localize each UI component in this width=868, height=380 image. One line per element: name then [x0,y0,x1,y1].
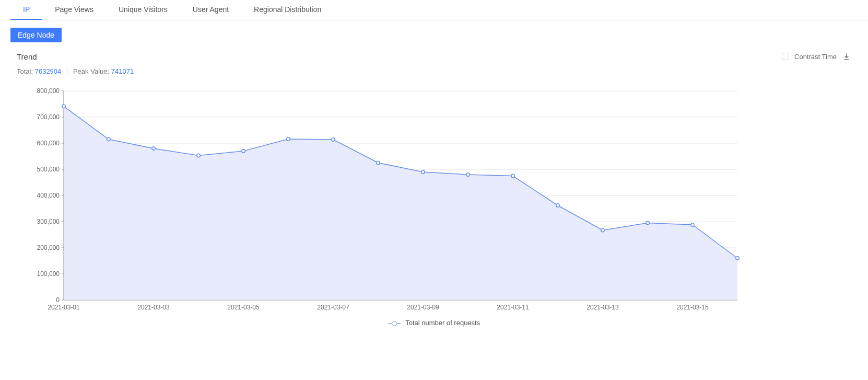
svg-point-42 [287,137,290,141]
tab-page-views[interactable]: Page Views [42,0,106,20]
svg-text:700,000: 700,000 [37,113,60,121]
tab-bar: IP Page Views Unique Visitors User Agent… [0,0,868,20]
stats-separator: | [66,67,68,75]
svg-point-50 [646,221,649,224]
svg-point-43 [332,138,335,141]
total-label: Total: [17,67,33,75]
svg-point-49 [601,228,604,232]
peak-value: 741071 [111,67,134,75]
svg-point-41 [242,149,245,153]
contrast-time-checkbox[interactable] [782,53,789,60]
svg-text:2021-03-09: 2021-03-09 [407,304,439,311]
svg-text:500,000: 500,000 [37,166,60,173]
svg-point-38 [107,137,110,141]
svg-text:0: 0 [56,296,60,304]
svg-text:2021-03-11: 2021-03-11 [497,304,529,311]
svg-point-47 [511,174,514,177]
svg-text:600,000: 600,000 [37,140,60,147]
chart-container: 0100,000200,000300,000400,000500,000600,… [17,86,851,330]
tab-user-agent[interactable]: User Agent [180,0,241,20]
download-icon[interactable] [842,52,851,61]
svg-text:400,000: 400,000 [37,192,60,199]
stats-row: Total: 7632904 | Peak Value: 741071 [0,61,868,75]
tab-regional-distribution[interactable]: Regional Distribution [241,0,334,20]
section-header: Trend Contrast Time [0,42,868,61]
svg-text:2021-03-07: 2021-03-07 [317,304,349,311]
tab-unique-visitors[interactable]: Unique Visitors [106,0,180,20]
svg-text:300,000: 300,000 [37,218,60,225]
edge-node-button[interactable]: Edge Node [10,28,62,42]
section-title: Trend [17,52,37,61]
svg-point-48 [556,204,559,207]
svg-point-45 [421,170,425,174]
svg-point-40 [197,154,200,157]
svg-point-46 [466,173,470,176]
peak-label: Peak Value: [73,67,109,75]
svg-text:2021-03-13: 2021-03-13 [587,304,619,311]
svg-text:800,000: 800,000 [37,87,60,95]
trend-chart: 0100,000200,000300,000400,000500,000600,… [17,86,748,316]
total-value: 7632904 [35,67,62,75]
legend-label: Total number of requests [405,319,480,327]
svg-text:2021-03-01: 2021-03-01 [48,304,80,311]
header-right-controls: Contrast Time [782,52,851,61]
tab-ip[interactable]: IP [10,0,42,20]
svg-text:2021-03-05: 2021-03-05 [227,304,260,311]
legend-marker-icon [388,321,401,326]
svg-text:100,000: 100,000 [37,270,60,278]
svg-point-39 [152,147,155,150]
svg-point-52 [736,257,739,260]
svg-text:200,000: 200,000 [37,244,60,251]
contrast-time-label: Contrast Time [794,53,837,61]
svg-text:2021-03-15: 2021-03-15 [676,304,709,311]
svg-point-44 [377,161,380,164]
svg-point-51 [691,223,694,226]
svg-point-37 [62,105,65,108]
sub-toolbar: Edge Node [0,20,868,42]
chart-legend: Total number of requests [17,316,851,330]
svg-text:2021-03-03: 2021-03-03 [137,304,170,311]
